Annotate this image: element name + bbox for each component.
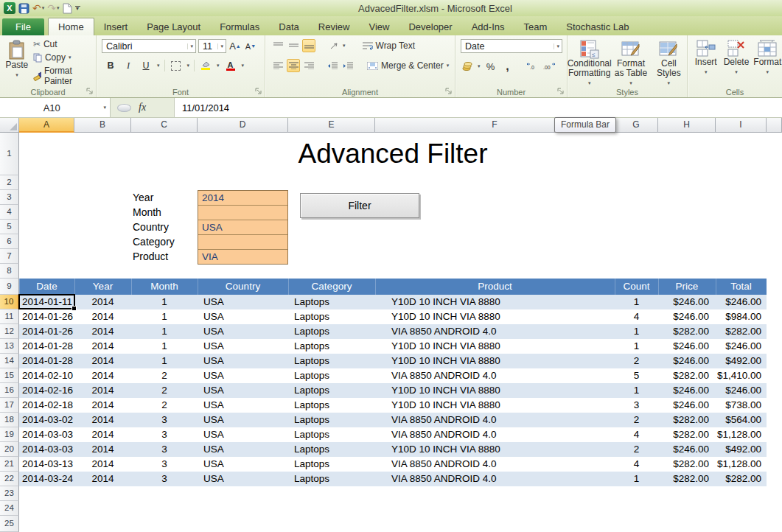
tab-team[interactable]: Team	[514, 18, 556, 35]
table-header-month[interactable]: Month	[131, 279, 198, 295]
tab-home[interactable]: Home	[48, 18, 94, 35]
select-all-corner[interactable]	[0, 118, 19, 133]
cell-i17[interactable]: $738.00	[716, 398, 767, 413]
cell-g19[interactable]: 4	[615, 427, 658, 442]
copy-button[interactable]: Copy▾	[31, 52, 96, 63]
cell-d13[interactable]: USA	[198, 339, 288, 354]
column-header-b[interactable]: B	[74, 118, 131, 133]
row-header-12[interactable]: 12	[0, 324, 19, 339]
row-header-3[interactable]: 3	[0, 190, 19, 205]
formula-input[interactable]: 11/01/2014	[174, 98, 782, 117]
cell-f13[interactable]: Y10D 10 INCH VIA 8880	[375, 339, 615, 354]
cell-g16[interactable]: 1	[615, 383, 658, 398]
table-row[interactable]: 2014-03-0320143USALaptopsVIA 8850 ANDROI…	[19, 427, 767, 442]
bold-button[interactable]: B	[104, 59, 117, 72]
row-header-24[interactable]: 24	[0, 501, 19, 516]
cell-d14[interactable]: USA	[198, 354, 288, 368]
delete-cells-button[interactable]: Delete ▾	[722, 37, 750, 77]
cell-d19[interactable]: USA	[198, 427, 288, 442]
cell-f10[interactable]: Y10D 10 INCH VIA 8880	[375, 295, 615, 309]
cell-a11[interactable]: 2014-01-26	[19, 309, 74, 324]
cell-f14[interactable]: Y10D 10 INCH VIA 8880	[375, 354, 615, 368]
cell-g17[interactable]: 3	[615, 398, 658, 413]
cell-b12[interactable]: 2014	[74, 324, 131, 339]
row-header-20[interactable]: 20	[0, 442, 19, 457]
cell-c13[interactable]: 1	[131, 339, 198, 354]
cell-b19[interactable]: 2014	[74, 427, 131, 442]
cell-h20[interactable]: $246.00	[658, 442, 716, 457]
cell-d17[interactable]: USA	[198, 398, 288, 413]
cell-f19[interactable]: VIA 8850 ANDROID 4.0	[375, 427, 615, 442]
comma-style-button[interactable]: ,	[501, 60, 514, 73]
save-button[interactable]	[18, 2, 29, 14]
cell-h17[interactable]: $246.00	[658, 398, 716, 413]
fill-color-button[interactable]	[199, 59, 212, 72]
cell-i12[interactable]: $282.00	[716, 324, 767, 339]
tab-review[interactable]: Review	[309, 18, 360, 35]
cell-b20[interactable]: 2014	[74, 442, 131, 457]
table-row[interactable]: 2014-03-0320143USALaptopsY10D 10 INCH VI…	[19, 442, 767, 457]
cell-b13[interactable]: 2014	[74, 339, 131, 354]
tab-page-layout[interactable]: Page Layout	[137, 18, 210, 35]
column-header-d[interactable]: D	[198, 118, 288, 133]
cell-h13[interactable]: $246.00	[658, 339, 716, 354]
align-left-button[interactable]	[271, 59, 284, 72]
cell-a15[interactable]: 2014-02-10	[19, 368, 74, 383]
cell-a12[interactable]: 2014-01-26	[19, 324, 74, 339]
column-header-h[interactable]: H	[658, 118, 716, 133]
row-header-13[interactable]: 13	[0, 339, 19, 354]
column-header-a[interactable]: A	[19, 118, 74, 133]
cell-i16[interactable]: $246.00	[716, 383, 767, 398]
cell-a19[interactable]: 2014-03-03	[19, 427, 74, 442]
form-input-year[interactable]: 2014	[198, 191, 287, 206]
row-header-2[interactable]: 2	[0, 175, 19, 190]
cell-h10[interactable]: $246.00	[658, 295, 716, 309]
undo-button[interactable]: ↶▾	[32, 2, 44, 14]
row-header-5[interactable]: 5	[0, 220, 19, 234]
underline-button[interactable]: U	[139, 59, 153, 72]
cell-i13[interactable]: $246.00	[716, 339, 767, 354]
row-header-22[interactable]: 22	[0, 472, 19, 486]
name-box[interactable]: A10 ▾	[0, 98, 111, 117]
decrease-indent-button[interactable]	[326, 59, 339, 72]
cell-g14[interactable]: 2	[615, 354, 658, 368]
row-header-9[interactable]: 9	[0, 279, 19, 295]
table-header-product[interactable]: Product	[375, 279, 615, 295]
cell-c22[interactable]: 3	[131, 472, 198, 486]
cell-f20[interactable]: Y10D 10 INCH VIA 8880	[375, 442, 615, 457]
clipboard-dialog-launcher-icon[interactable]	[86, 88, 94, 96]
cell-e19[interactable]: Laptops	[288, 427, 375, 442]
cell-c15[interactable]: 2	[131, 368, 198, 383]
cell-h21[interactable]: $282.00	[658, 457, 716, 472]
filter-button[interactable]: Filter	[300, 193, 419, 218]
table-row[interactable]: 2014-01-2620141USALaptopsVIA 8850 ANDROI…	[19, 324, 767, 339]
new-document-button[interactable]	[63, 2, 72, 14]
table-header-country[interactable]: Country	[198, 279, 288, 295]
row-header-23[interactable]: 23	[0, 486, 19, 501]
cell-e14[interactable]: Laptops	[288, 354, 375, 368]
cell-g20[interactable]: 2	[615, 442, 658, 457]
cell-e12[interactable]: Laptops	[288, 324, 375, 339]
table-row[interactable]: 2014-02-1620142USALaptopsY10D 10 INCH VI…	[19, 383, 767, 398]
cell-g10[interactable]: 1	[615, 295, 658, 309]
cell-i21[interactable]: $1,128.00	[716, 457, 767, 472]
cell-c20[interactable]: 3	[131, 442, 198, 457]
cell-c17[interactable]: 2	[131, 398, 198, 413]
tab-insert[interactable]: Insert	[94, 18, 138, 35]
table-row[interactable]: 2014-03-2420143USALaptopsVIA 8850 ANDROI…	[19, 472, 767, 486]
table-row[interactable]: 2014-03-0220143USALaptopsVIA 8850 ANDROI…	[19, 413, 767, 427]
increase-indent-button[interactable]	[341, 59, 355, 72]
cell-d20[interactable]: USA	[198, 442, 288, 457]
cell-h11[interactable]: $246.00	[658, 309, 716, 324]
cell-a18[interactable]: 2014-03-02	[19, 413, 74, 427]
tab-add-ins[interactable]: Add-Ins	[462, 18, 514, 35]
grow-font-button[interactable]: A▲	[228, 40, 242, 53]
row-header-19[interactable]: 19	[0, 427, 19, 442]
table-row[interactable]: 2014-01-1120141USALaptopsY10D 10 INCH VI…	[19, 295, 767, 309]
row-header-15[interactable]: 15	[0, 368, 19, 383]
cell-i19[interactable]: $1,128.00	[716, 427, 767, 442]
accounting-format-button[interactable]	[461, 60, 474, 73]
cell-h15[interactable]: $282.00	[658, 368, 716, 383]
form-input-product[interactable]: VIA	[198, 250, 287, 264]
cell-c21[interactable]: 3	[131, 457, 198, 472]
